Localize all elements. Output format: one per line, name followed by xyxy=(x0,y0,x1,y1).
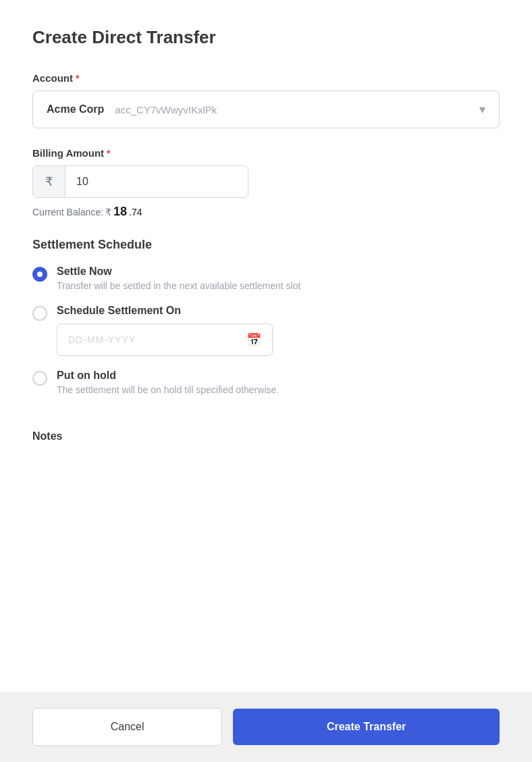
chevron-down-icon: ▾ xyxy=(479,102,485,117)
put-on-hold-option: Put on hold The settlement will be on ho… xyxy=(32,370,500,395)
create-transfer-button[interactable]: Create Transfer xyxy=(233,709,500,745)
put-on-hold-radio[interactable] xyxy=(32,371,47,386)
account-required-star: * xyxy=(76,73,79,84)
put-on-hold-sublabel: The settlement will be on hold till spec… xyxy=(57,384,279,395)
settlement-options: Settle Now Transfer will be settled in t… xyxy=(32,265,500,409)
settlement-title: Settlement Schedule xyxy=(32,238,500,252)
calendar-icon: 📅 xyxy=(246,332,261,347)
settle-now-label: Settle Now xyxy=(57,265,300,278)
notes-label: Notes xyxy=(32,430,62,442)
settle-now-radio[interactable] xyxy=(32,267,47,282)
amount-input[interactable] xyxy=(65,166,248,197)
date-picker[interactable]: DD-MM-YYYY 📅 xyxy=(57,324,273,356)
schedule-on-radio[interactable] xyxy=(32,306,47,321)
currency-prefix: ₹ xyxy=(33,166,65,197)
billing-amount-wrapper: ₹ xyxy=(32,166,248,198)
balance-decimal: .74 xyxy=(129,207,142,218)
billing-amount-section: Billing Amount * ₹ Current Balance: ₹ 18… xyxy=(32,147,500,219)
schedule-on-label: Schedule Settlement On xyxy=(57,305,273,317)
account-section: Account * Acme Corp acc_CY7vWwyvIKxlPk ▾ xyxy=(32,72,500,128)
cancel-button[interactable]: Cancel xyxy=(32,708,222,746)
balance-integer: 18 xyxy=(113,205,127,219)
notes-section: Notes xyxy=(32,430,500,442)
settle-now-sublabel: Transfer will be settled in the next ava… xyxy=(57,280,300,291)
date-placeholder: DD-MM-YYYY xyxy=(68,334,136,345)
page-title: Create Direct Transfer xyxy=(32,27,500,48)
balance-text: Current Balance: ₹ 18 .74 xyxy=(32,205,500,219)
main-content: Create Direct Transfer Account * Acme Co… xyxy=(0,0,532,692)
billing-amount-label: Billing Amount * xyxy=(32,147,500,159)
account-dropdown[interactable]: Acme Corp acc_CY7vWwyvIKxlPk ▾ xyxy=(32,91,500,128)
account-name: Acme Corp xyxy=(47,103,104,116)
billing-required-star: * xyxy=(107,148,110,159)
settlement-section: Settlement Schedule Settle Now Transfer … xyxy=(32,238,500,409)
settle-now-option: Settle Now Transfer will be settled in t… xyxy=(32,265,500,291)
account-id: acc_CY7vWwyvIKxlPk xyxy=(115,104,217,116)
account-label: Account * xyxy=(32,72,500,84)
schedule-on-option: Schedule Settlement On DD-MM-YYYY 📅 xyxy=(32,305,500,356)
footer-bar: Cancel Create Transfer xyxy=(0,692,532,762)
put-on-hold-label: Put on hold xyxy=(57,370,279,382)
